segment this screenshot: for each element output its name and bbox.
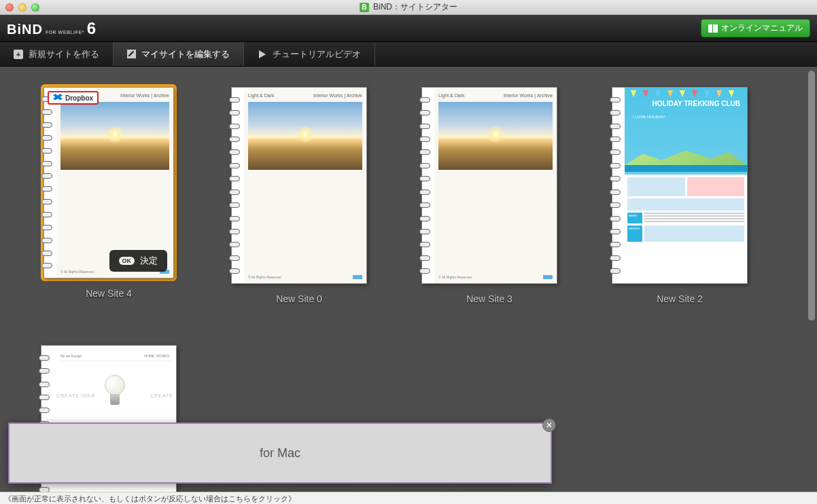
close-icon[interactable]: ✕ (542, 418, 556, 432)
binding-rings (610, 93, 622, 278)
site-label: New Site 4 (86, 288, 132, 299)
tab-label: チュートリアルビデオ (273, 48, 361, 60)
dropbox-label: Dropbox (65, 94, 93, 102)
online-manual-label: オンラインマニュアル (721, 22, 803, 34)
plus-icon: + (14, 50, 23, 59)
window-title-wrap: B BiND：サイトシアター (360, 1, 457, 13)
site-thumbnail[interactable]: Light & DarkInterior Works | Archive © A… (231, 87, 367, 284)
site-label: New Site 2 (657, 293, 703, 304)
zoom-window-button[interactable] (31, 3, 39, 12)
statusbar-text: 《画面が正常に表示されない、もしくはボタンが反応しない場合はこちらをクリック》 (4, 494, 296, 503)
site-label: New Site 3 (466, 293, 512, 304)
scroll-thumb[interactable] (808, 71, 815, 321)
vertical-scrollbar[interactable] (808, 71, 815, 488)
site-thumbnail[interactable]: HOLIDAY TREKKING CLUB I LOVE HOLIDAY! NE… (612, 87, 748, 284)
close-window-button[interactable] (5, 3, 14, 12)
tab-label: 新規サイトを作る (29, 48, 99, 60)
page-preview: Light & DarkInterior Works | Archive © A… (434, 88, 557, 283)
notebook-frame: Light & DarkInterior Works | Archive © A… (421, 87, 557, 284)
site-item[interactable]: HOLIDAY TREKKING CLUB I LOVE HOLIDAY! NE… (612, 87, 748, 304)
tab-new-site[interactable]: + 新規サイトを作る (0, 42, 114, 66)
app-icon: B (360, 3, 369, 12)
brand-name: BiND (7, 22, 43, 37)
ok-badge: OK (119, 257, 135, 265)
binding-rings (419, 93, 432, 278)
site-item[interactable]: Light & DarkInterior Works | Archive © A… (421, 87, 557, 304)
binding-rings (229, 93, 241, 278)
brand-subtitle: FOR WEBLIFE* (46, 30, 84, 35)
tab-edit-site[interactable]: マイサイトを編集する (114, 42, 244, 66)
site-item[interactable]: Light & DarkInterior Works | Archive © A… (231, 87, 367, 304)
confirm-label: 決定 (140, 255, 158, 267)
site-label: New Site 0 (276, 293, 322, 304)
window-title: BiND：サイトシアター (373, 1, 457, 13)
page-preview: HOLIDAY TREKKING CLUB I LOVE HOLIDAY! NE… (625, 88, 747, 283)
brand-version: 6 (87, 19, 97, 38)
online-manual-button[interactable]: オンラインマニュアル (701, 19, 810, 37)
brand-logo: BiND FOR WEBLIFE* 6 (7, 19, 97, 38)
book-icon (708, 24, 718, 33)
info-overlay: ✕ for Mac (8, 422, 552, 484)
dropbox-icon (53, 94, 63, 102)
tab-tutorial[interactable]: チュートリアルビデオ (244, 42, 375, 66)
page-preview: Light & DarkInterior Works | Archive © A… (244, 88, 366, 283)
minimize-window-button[interactable] (18, 3, 27, 12)
page-preview: Light & DarkInterior Works | Archive © A… (56, 88, 173, 278)
app-header: BiND FOR WEBLIFE* 6 オンラインマニュアル (0, 15, 817, 42)
site-thumbnail[interactable]: Light & DarkInterior Works | Archive © A… (421, 87, 557, 284)
edit-icon (127, 50, 136, 58)
tab-label: マイサイトを編集する (141, 48, 230, 60)
overlay-text: for Mac (260, 446, 300, 461)
confirm-button[interactable]: OK 決定 (109, 250, 168, 272)
dropbox-badge: Dropbox (48, 91, 99, 105)
site-item[interactable]: Dropbox Light & DarkInterior Works | Arc… (41, 87, 177, 304)
titlebar: B BiND：サイトシアター (0, 0, 817, 15)
notebook-frame: HOLIDAY TREKKING CLUB I LOVE HOLIDAY! NE… (612, 87, 748, 284)
site-thumbnail[interactable]: Dropbox Light & DarkInterior Works | Arc… (41, 84, 177, 281)
traffic-lights (5, 3, 39, 12)
notebook-frame: Light & DarkInterior Works | Archive © A… (231, 87, 367, 284)
main-tabs: + 新規サイトを作る マイサイトを編集する チュートリアルビデオ (0, 42, 817, 67)
play-icon (258, 50, 267, 59)
statusbar[interactable]: 《画面が正常に表示されない、もしくはボタンが反応しない場合はこちらをクリック》 (0, 492, 817, 504)
binding-rings (41, 93, 54, 272)
